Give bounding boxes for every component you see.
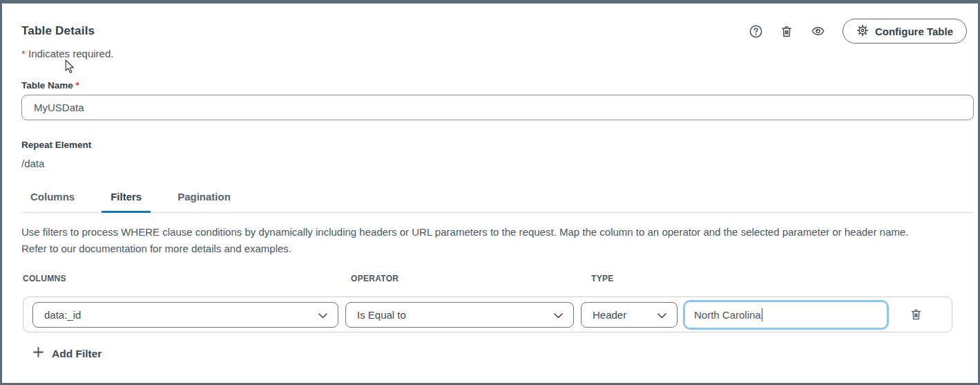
trash-icon: [780, 24, 794, 39]
table-details-panel: Table Details: [0, 0, 980, 385]
gear-icon: [856, 24, 869, 39]
filters-description-line2: Refer to our documentation for more deta…: [21, 241, 978, 257]
table-name-label-text: Table Name: [21, 80, 73, 91]
tab-filters[interactable]: Filters: [102, 191, 151, 213]
delete-filter-button[interactable]: [910, 308, 923, 321]
type-header: TYPE: [591, 274, 614, 283]
filter-column-select[interactable]: data:_id: [32, 302, 338, 328]
filter-operator-value: Is Equal to: [357, 309, 406, 321]
required-note-text: Indicates required.: [28, 48, 113, 59]
columns-header: COLUMNS: [23, 274, 66, 283]
filters-description: Use filters to process WHERE clause cond…: [21, 224, 978, 257]
text-caret: [762, 308, 763, 321]
required-asterisk: *: [21, 48, 26, 59]
chevron-down-icon: [657, 309, 666, 321]
add-filter-label: Add Filter: [52, 348, 102, 360]
tab-bar: Columns Filters Pagination: [21, 191, 974, 213]
page-title: Table Details: [21, 24, 95, 38]
filter-type-value: Header: [593, 309, 626, 321]
tab-pagination[interactable]: Pagination: [169, 191, 240, 213]
header: Table Details: [21, 19, 970, 44]
repeat-element-label: Repeat Element: [21, 140, 970, 150]
chevron-down-icon: [318, 309, 327, 321]
header-actions: Configure Table: [749, 19, 967, 44]
eye-icon: [810, 24, 826, 38]
operator-header: OPERATOR: [351, 274, 398, 283]
table-name-label: Table Name *: [21, 80, 970, 91]
tab-columns[interactable]: Columns: [21, 191, 84, 213]
help-button[interactable]: [749, 24, 763, 39]
chevron-down-icon: [554, 309, 563, 321]
filter-type-select[interactable]: Header: [581, 302, 678, 328]
filter-operator-select[interactable]: Is Equal to: [345, 302, 574, 328]
filter-row: data:_id Is Equal to Header North Caroli…: [23, 297, 952, 332]
filter-column-value: data:_id: [44, 309, 81, 321]
repeat-element-value: /data: [21, 158, 970, 169]
configure-table-label: Configure Table: [875, 26, 953, 37]
add-filter-button[interactable]: Add Filter: [33, 347, 102, 360]
filters-description-line1: Use filters to process WHERE clause cond…: [21, 224, 978, 241]
required-note: * Indicates required.: [21, 48, 970, 59]
filter-value-input[interactable]: North Carolina: [683, 300, 889, 330]
table-name-required-asterisk: *: [76, 80, 79, 91]
trash-icon: [910, 308, 923, 321]
plus-icon: [33, 347, 44, 360]
preview-button[interactable]: [810, 24, 826, 38]
table-name-input[interactable]: [21, 95, 974, 120]
delete-table-button[interactable]: [780, 24, 794, 39]
filter-value-text: North Carolina: [694, 309, 761, 321]
question-circle-icon: [749, 24, 763, 39]
filter-column-headers: COLUMNS OPERATOR TYPE: [21, 274, 970, 283]
configure-table-button[interactable]: Configure Table: [843, 19, 967, 44]
